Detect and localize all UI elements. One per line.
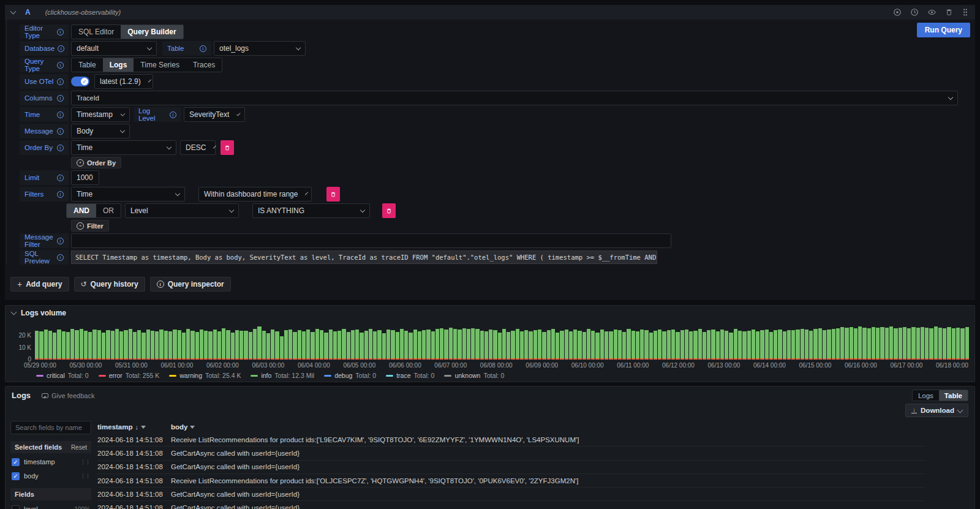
volume-bar[interactable]: [524, 330, 528, 360]
volume-bar[interactable]: [360, 333, 363, 360]
volume-bar[interactable]: [600, 330, 604, 360]
volume-bar[interactable]: [288, 330, 292, 360]
radio-option-logs[interactable]: Logs: [913, 390, 939, 401]
volume-bar[interactable]: [752, 330, 755, 360]
volume-bar[interactable]: [716, 331, 720, 360]
volume-bar[interactable]: [880, 327, 884, 360]
volume-bar[interactable]: [413, 330, 417, 360]
volume-bar[interactable]: [226, 330, 230, 360]
volume-bar[interactable]: [818, 328, 822, 360]
volume-bar[interactable]: [654, 331, 657, 360]
volume-bar[interactable]: [133, 332, 137, 360]
volume-bar[interactable]: [894, 328, 897, 360]
volume-bar[interactable]: [373, 331, 377, 360]
volume-bar[interactable]: [151, 331, 154, 360]
filter-field-select[interactable]: Time: [71, 187, 185, 202]
volume-bar[interactable]: [418, 331, 421, 360]
table-select[interactable]: otel_logs: [214, 41, 306, 56]
volume-bar[interactable]: [840, 327, 844, 360]
volume-bar[interactable]: [249, 332, 252, 360]
volume-bar[interactable]: [511, 331, 514, 360]
volume-bar[interactable]: [680, 330, 684, 360]
radio-option-sql-editor[interactable]: SQL Editor: [72, 25, 121, 39]
volume-bar[interactable]: [275, 331, 279, 360]
volume-bar[interactable]: [823, 330, 826, 360]
add-filter-button[interactable]: +Filter: [71, 220, 109, 232]
volume-bar[interactable]: [382, 333, 386, 360]
bar-series[interactable]: [35, 325, 968, 360]
volume-bar[interactable]: [257, 326, 261, 360]
volume-bar[interactable]: [364, 331, 368, 360]
volume-bar[interactable]: [342, 329, 345, 360]
volume-bar[interactable]: [200, 330, 203, 360]
volume-bar[interactable]: [164, 331, 168, 360]
volume-bar[interactable]: [783, 331, 786, 360]
volume-bar[interactable]: [92, 330, 96, 360]
log-level-select[interactable]: SeverityText: [184, 107, 245, 122]
add-query-button[interactable]: +Add query: [10, 277, 69, 292]
volume-bar[interactable]: [560, 331, 564, 360]
volume-bar[interactable]: [729, 333, 733, 360]
order-by-direction-select[interactable]: DESC: [180, 140, 216, 155]
filter-funnel-icon[interactable]: [141, 426, 146, 429]
legend-item-trace[interactable]: traceTotal: 0: [386, 372, 434, 379]
volume-bar[interactable]: [662, 331, 666, 360]
volume-bar[interactable]: [850, 327, 853, 360]
volume-bar[interactable]: [217, 331, 221, 360]
time-column-select[interactable]: Timestamp: [71, 107, 130, 122]
volume-bar[interactable]: [458, 330, 461, 360]
volume-bar[interactable]: [351, 330, 355, 360]
volume-bar[interactable]: [35, 331, 39, 360]
volume-bar[interactable]: [369, 329, 372, 360]
volume-bar[interactable]: [667, 330, 671, 360]
volume-bar[interactable]: [756, 331, 760, 360]
volume-bar[interactable]: [453, 329, 457, 360]
volume-bar[interactable]: [925, 328, 929, 360]
volume-bar[interactable]: [253, 329, 257, 360]
filter-operator-select-2[interactable]: IS ANYTHING: [252, 203, 370, 218]
field-checkbox-unchecked[interactable]: [12, 505, 20, 509]
volume-bar[interactable]: [854, 328, 858, 360]
radio-option-table[interactable]: Table: [72, 58, 103, 72]
field-checkbox-checked[interactable]: ✓: [12, 472, 20, 480]
volume-bar[interactable]: [707, 330, 710, 360]
volume-bar[interactable]: [222, 328, 225, 360]
volume-bar[interactable]: [760, 330, 764, 360]
volume-bar[interactable]: [293, 332, 296, 360]
volume-bar[interactable]: [507, 332, 510, 360]
volume-bar[interactable]: [738, 331, 742, 360]
volume-bar[interactable]: [302, 331, 306, 360]
volume-bar[interactable]: [720, 330, 724, 360]
volume-bar[interactable]: [66, 332, 70, 360]
legend-item-warning[interactable]: warningTotal: 25.4 K: [169, 372, 241, 379]
volume-bar[interactable]: [516, 329, 519, 360]
volume-bar[interactable]: [62, 331, 66, 360]
volume-bar[interactable]: [119, 331, 123, 360]
volume-bar[interactable]: [805, 330, 809, 360]
volume-bar[interactable]: [698, 329, 702, 360]
volume-bar[interactable]: [903, 327, 907, 360]
volume-bar[interactable]: [57, 330, 61, 360]
limit-input[interactable]: [71, 170, 99, 185]
volume-bar[interactable]: [862, 328, 866, 360]
volume-bar[interactable]: [813, 329, 817, 360]
volume-bar[interactable]: [644, 330, 648, 360]
query-history-button[interactable]: ↺Query history: [74, 277, 145, 292]
volume-bar[interactable]: [44, 330, 48, 360]
volume-bar[interactable]: [124, 330, 127, 360]
table-row[interactable]: 2024-06-18 14:51:08GetCartAsync called w…: [97, 501, 925, 509]
volume-bar[interactable]: [872, 327, 875, 360]
download-button[interactable]: ↓ Download: [905, 404, 968, 417]
volume-bar[interactable]: [284, 330, 288, 360]
volume-bar[interactable]: [649, 333, 653, 360]
give-feedback-link[interactable]: Give feedback: [42, 392, 94, 399]
volume-bar[interactable]: [467, 329, 470, 360]
volume-bar[interactable]: [204, 331, 208, 360]
volume-bar[interactable]: [431, 331, 435, 360]
volume-bar[interactable]: [502, 329, 506, 360]
volume-bar[interactable]: [444, 330, 448, 360]
volume-bar[interactable]: [88, 332, 92, 360]
volume-bar[interactable]: [614, 330, 617, 360]
volume-bar[interactable]: [867, 328, 871, 360]
volume-bar[interactable]: [556, 333, 559, 360]
